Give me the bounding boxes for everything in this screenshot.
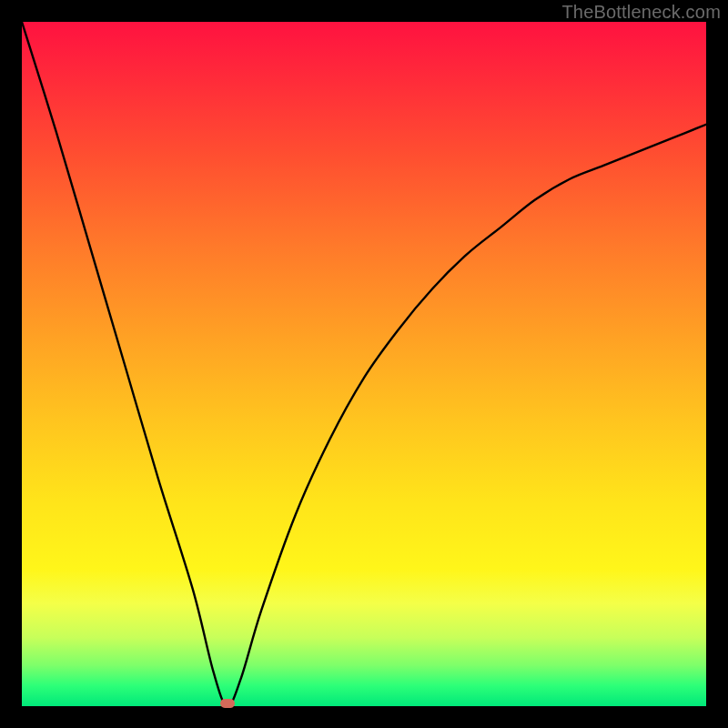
chart-frame: TheBottleneck.com	[0, 0, 728, 728]
bottleneck-curve	[22, 22, 706, 706]
curve-path	[22, 22, 706, 706]
plot-area	[22, 22, 706, 706]
watermark-text: TheBottleneck.com	[561, 2, 721, 23]
minimum-marker	[220, 699, 235, 708]
